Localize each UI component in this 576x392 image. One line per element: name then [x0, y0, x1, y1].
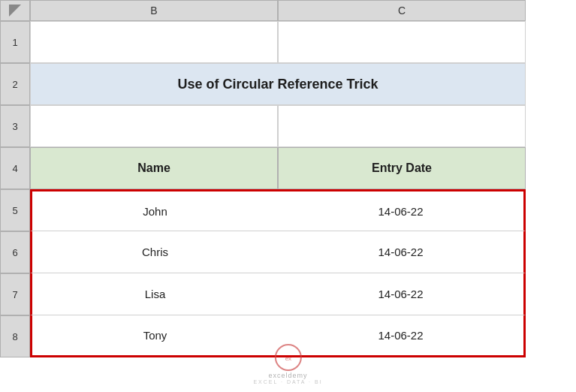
svg-marker-0 [9, 5, 21, 17]
cell-c3[interactable] [278, 105, 526, 147]
watermark-text-1: exceldemy [268, 372, 307, 379]
row-header-3: 3 [0, 105, 30, 147]
cell-c1[interactable] [278, 21, 526, 63]
cell-b1[interactable] [30, 21, 278, 63]
col-header-b: B [30, 0, 278, 21]
row-header-2: 2 [0, 63, 30, 105]
row-header-7: 7 [0, 273, 30, 315]
header-name: Name [30, 147, 278, 189]
row-header-8: 8 [0, 315, 30, 357]
watermark: ex exceldemy EXCEL · DATA · BI [253, 343, 322, 384]
header-entry-date: Entry Date [278, 147, 526, 189]
cell-b6[interactable]: Chris [30, 231, 278, 273]
watermark-text-2: EXCEL · DATA · BI [253, 379, 322, 384]
title-cell: Use of Circular Reference Trick [30, 63, 526, 105]
corner-cell [0, 0, 30, 21]
cell-c7[interactable]: 14-06-22 [278, 273, 526, 315]
grid: B C 1 2 Use of Circular Reference Trick … [0, 0, 576, 357]
row-header-1: 1 [0, 21, 30, 63]
svg-text:ex: ex [285, 355, 291, 362]
watermark-logo: ex [273, 343, 302, 372]
cell-b8[interactable]: Tony [30, 315, 278, 357]
cell-b5[interactable]: John [30, 189, 278, 231]
cell-c5[interactable]: 14-06-22 [278, 189, 526, 231]
row-header-6: 6 [0, 231, 30, 273]
col-header-c: C [278, 0, 526, 21]
cell-b7[interactable]: Lisa [30, 273, 278, 315]
row-header-5: 5 [0, 189, 30, 231]
row-header-4: 4 [0, 147, 30, 189]
spreadsheet: B C 1 2 Use of Circular Reference Trick … [0, 0, 576, 392]
cell-b3[interactable] [30, 105, 278, 147]
cell-c6[interactable]: 14-06-22 [278, 231, 526, 273]
